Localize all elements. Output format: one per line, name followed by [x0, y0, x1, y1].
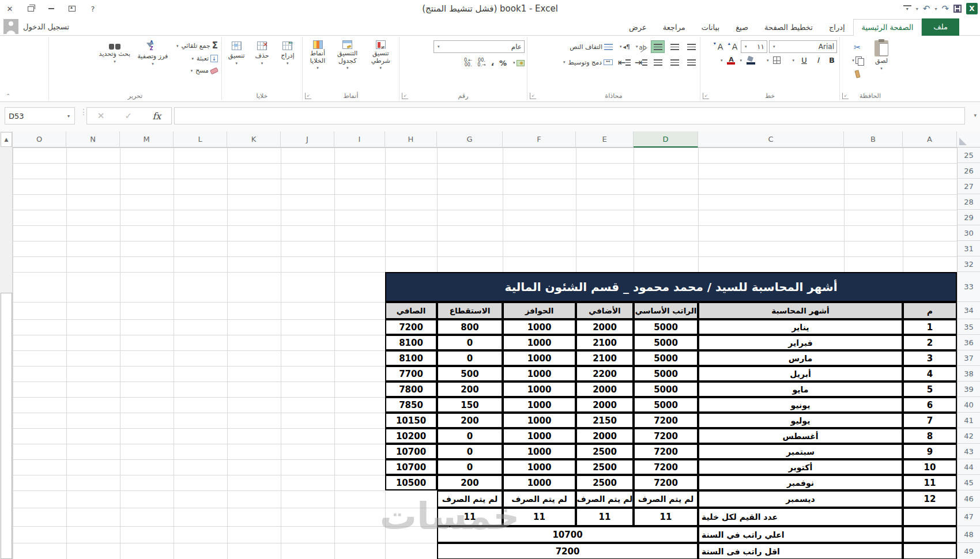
- row-header-46[interactable]: 46: [957, 490, 980, 508]
- table-cell[interactable]: 7200: [634, 475, 698, 490]
- table-cell[interactable]: 11: [437, 508, 503, 526]
- tab-بيانات[interactable]: بيانات: [693, 20, 728, 36]
- name-box[interactable]: D53 ▾: [5, 107, 75, 124]
- table-cell[interactable]: 5000: [634, 397, 698, 413]
- table-cell[interactable]: 0: [437, 444, 503, 459]
- select-all-corner[interactable]: [957, 131, 980, 148]
- table-cell[interactable]: 7850: [385, 397, 437, 413]
- table-cell[interactable]: 500: [437, 366, 503, 382]
- table-cell[interactable]: أكتوبر: [698, 459, 903, 475]
- table-cell[interactable]: فبراير: [698, 335, 903, 350]
- table-cell[interactable]: أبريل: [698, 366, 903, 382]
- table-cell[interactable]: 2200: [576, 366, 634, 382]
- format-as-table-button[interactable]: التنسيق كجدول ▾: [331, 38, 364, 91]
- save-icon[interactable]: [953, 5, 962, 13]
- font-name-combo[interactable]: ▾Arial: [769, 40, 837, 53]
- table-cell[interactable]: 2500: [576, 459, 634, 475]
- row-header-26[interactable]: 26: [957, 163, 980, 179]
- clear-button[interactable]: مسح ▾: [174, 66, 219, 75]
- insert-cells-button[interactable]: إدراج ▾: [276, 38, 300, 91]
- table-cell[interactable]: 1000: [503, 413, 576, 428]
- row-header-40[interactable]: 40: [957, 397, 980, 413]
- tab-ملف[interactable]: ملف: [922, 18, 959, 36]
- redo-dropdown-icon[interactable]: ▾: [934, 6, 937, 12]
- table-cell[interactable]: 2500: [576, 444, 634, 459]
- table-cell[interactable]: 5000: [634, 350, 698, 366]
- percent-style-button[interactable]: %: [499, 59, 507, 67]
- table-cell[interactable]: 7200: [385, 319, 437, 335]
- table-cell[interactable]: 2000: [576, 397, 634, 413]
- table-cell[interactable]: 12: [903, 490, 957, 508]
- copy-button[interactable]: ▾: [851, 55, 864, 66]
- table-cell[interactable]: 0: [437, 350, 503, 366]
- table-cell[interactable]: 5000: [634, 319, 698, 335]
- table-cell[interactable]: 3: [903, 350, 957, 366]
- tab-مراجعة[interactable]: مراجعة: [655, 20, 693, 36]
- table-cell[interactable]: مايو: [698, 382, 903, 397]
- row-header-45[interactable]: 45: [957, 475, 980, 490]
- comma-style-button[interactable]: ،: [491, 58, 494, 67]
- column-header-H[interactable]: H: [385, 131, 437, 148]
- table-cell[interactable]: 0: [437, 335, 503, 350]
- align-right-button[interactable]: [685, 56, 698, 68]
- table-cell[interactable]: يونيو: [698, 397, 903, 413]
- redo-icon[interactable]: ↷: [941, 3, 949, 14]
- table-cell[interactable]: 10200: [385, 428, 437, 444]
- tab-عرض[interactable]: عرض: [621, 20, 655, 36]
- table-cell[interactable]: 7200: [634, 444, 698, 459]
- decrease-decimal-button[interactable]: ←.0.00: [464, 58, 472, 67]
- table-cell[interactable]: 2100: [576, 335, 634, 350]
- scrollbar-thumb[interactable]: [1, 293, 12, 559]
- table-cell[interactable]: 7800: [385, 382, 437, 397]
- table-cell[interactable]: [385, 543, 437, 559]
- table-cell[interactable]: اعلي راتب في السنة: [698, 526, 903, 543]
- row-header-25[interactable]: 25: [957, 148, 980, 163]
- fill-color-icon[interactable]: [747, 56, 755, 65]
- table-cell[interactable]: 7: [903, 413, 957, 428]
- table-cell[interactable]: 200: [437, 475, 503, 490]
- table-cell[interactable]: 200: [437, 413, 503, 428]
- table-cell[interactable]: اقل راتب فى السنة: [698, 543, 903, 559]
- table-cell[interactable]: نوفمبر: [698, 475, 903, 490]
- number-format-combo[interactable]: ▾عام: [434, 40, 525, 53]
- row-header-37[interactable]: 37: [957, 350, 980, 366]
- table-cell[interactable]: الحوافز: [503, 302, 576, 319]
- table-cell[interactable]: 1: [903, 319, 957, 335]
- table-cell[interactable]: 7200: [437, 543, 698, 559]
- italic-button[interactable]: I: [813, 56, 823, 65]
- row-header-27[interactable]: 27: [957, 179, 980, 194]
- alignment-dialog-launcher-icon[interactable]: ↙: [530, 93, 536, 99]
- table-cell[interactable]: الصافي: [385, 302, 437, 319]
- grow-font-button[interactable]: A: [726, 41, 739, 52]
- undo-dropdown-icon[interactable]: ▾: [916, 6, 918, 12]
- table-cell[interactable]: [903, 543, 957, 559]
- column-header-A[interactable]: A: [903, 131, 957, 148]
- table-cell[interactable]: 1000: [503, 397, 576, 413]
- table-cell[interactable]: 10500: [385, 475, 437, 490]
- paste-button[interactable]: لصق ▾: [865, 38, 898, 91]
- table-cell[interactable]: 1000: [503, 459, 576, 475]
- table-cell[interactable]: 11: [503, 508, 576, 526]
- table-cell[interactable]: 8100: [385, 335, 437, 350]
- table-cell[interactable]: لم يتم الصرف: [437, 490, 503, 508]
- delete-cells-button[interactable]: حذف ▾: [250, 38, 274, 91]
- row-header-42[interactable]: 42: [957, 428, 980, 444]
- text-direction-button[interactable]: ¶◂▾: [618, 41, 631, 52]
- row-header-47[interactable]: 47: [957, 508, 980, 526]
- table-cell[interactable]: 11: [576, 508, 634, 526]
- table-cell[interactable]: أشهر المحاسبة: [698, 302, 903, 319]
- confirm-entry-icon[interactable]: ✓: [125, 111, 133, 121]
- tab-تخطيط الصفحة[interactable]: تخطيط الصفحة: [756, 20, 821, 36]
- tab-صيغ[interactable]: صيغ: [728, 20, 756, 36]
- font-size-combo[interactable]: ▾١١: [741, 40, 767, 53]
- table-cell[interactable]: 0: [437, 459, 503, 475]
- table-cell[interactable]: 5000: [634, 335, 698, 350]
- align-left-button[interactable]: [651, 56, 664, 68]
- table-cell[interactable]: 1000: [503, 475, 576, 490]
- table-title[interactable]: أشهر المحاسبة للسيد / محمد محمود _ قسم ا…: [385, 272, 957, 302]
- decrease-indent-button[interactable]: ⇤: [618, 56, 631, 68]
- find-select-button[interactable]: بحث وتحديد ▾: [98, 38, 131, 91]
- table-cell[interactable]: 7200: [634, 459, 698, 475]
- accounting-format-button[interactable]: ▾: [512, 57, 525, 69]
- styles-dialog-launcher-icon[interactable]: ↙: [305, 93, 311, 99]
